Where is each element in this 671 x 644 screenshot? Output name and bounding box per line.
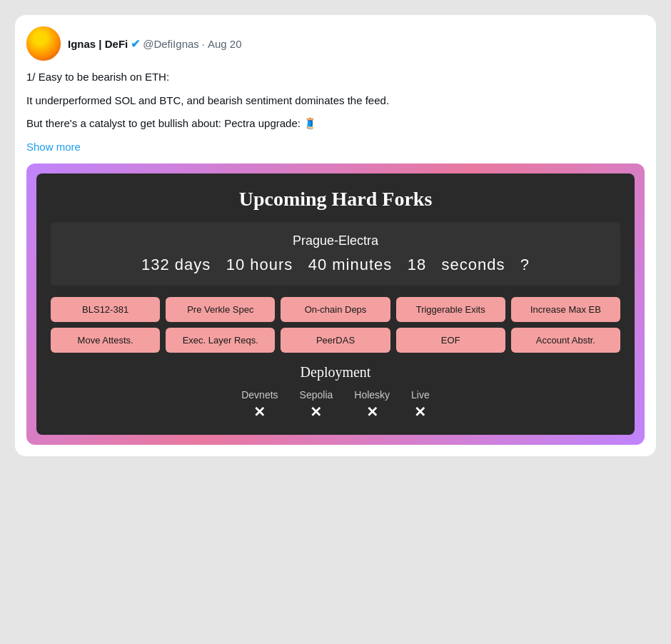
live-value: ✕ [414,403,426,421]
tweet-date: Aug 20 [208,38,242,50]
btn-triggerable-exits[interactable]: Triggerable Exits [396,297,505,322]
author-name: Ignas | DeFi [68,38,128,50]
deploy-col-live: Live ✕ [411,389,430,421]
hard-fork-inner: Upcoming Hard Forks Prague-Electra 132 d… [36,173,635,435]
devnets-label: Devnets [241,389,278,401]
author-handle: @DefiIgnas [143,38,199,50]
btn-pre-verkle[interactable]: Pre Verkle Spec [166,297,275,322]
btn-account-abstr[interactable]: Account Abstr. [511,328,620,353]
tweet-header: Ignas | DeFi ✔ @DefiIgnas · Aug 20 [26,26,645,61]
btn-onchain-deps[interactable]: On-chain Deps [281,297,390,322]
countdown-question: ? [520,256,530,273]
btn-bls12[interactable]: BLS12-381 [51,297,160,322]
days-value: 132 [141,256,170,273]
tweet-separator: · [202,38,205,50]
show-more-link[interactable]: Show more [26,141,81,153]
btn-eof[interactable]: EOF [396,328,505,353]
author-name-row: Ignas | DeFi ✔ @DefiIgnas · Aug 20 [68,37,242,51]
hard-fork-title: Upcoming Hard Forks [51,188,620,211]
deploy-col-holesky: Holesky ✕ [354,389,390,421]
tweet-body: 1/ Easy to be bearish on ETH: It underpe… [26,69,645,155]
deployment-section: Deployment Devnets ✕ Sepolia ✕ Holesky ✕ [51,364,620,421]
seconds-value: 18 [408,256,426,273]
tweet-line2: It underperformed SOL and BTC, and beari… [26,93,645,109]
deployment-table: Devnets ✕ Sepolia ✕ Holesky ✕ Live ✕ [51,389,620,421]
countdown-box: Prague-Electra 132 days 10 hours 40 minu… [51,222,620,286]
fork-name: Prague-Electra [62,233,609,248]
sepolia-label: Sepolia [300,389,333,401]
buttons-row-1: BLS12-381 Pre Verkle Spec On-chain Deps … [51,297,620,322]
tweet-card: Ignas | DeFi ✔ @DefiIgnas · Aug 20 1/ Ea… [14,14,657,457]
hours-label: hours [250,256,293,273]
hard-fork-wrapper: Upcoming Hard Forks Prague-Electra 132 d… [26,163,645,445]
hours-value: 10 [226,256,245,273]
sepolia-value: ✕ [310,403,322,421]
deployment-title: Deployment [51,364,620,381]
btn-move-attests[interactable]: Move Attests. [51,328,160,353]
devnets-value: ✕ [253,403,266,421]
minutes-value: 40 [308,256,327,273]
countdown: 132 days 10 hours 40 minutes 18 seconds … [62,256,609,274]
buttons-row-2: Move Attests. Exec. Layer Reqs. PeerDAS … [51,328,620,353]
btn-exec-layer[interactable]: Exec. Layer Reqs. [166,328,275,353]
tweet-line3: But there's a catalyst to get bullish ab… [26,116,645,132]
holesky-value: ✕ [366,403,378,421]
days-label: days [175,256,211,273]
author-info: Ignas | DeFi ✔ @DefiIgnas · Aug 20 [68,37,242,51]
deploy-col-sepolia: Sepolia ✕ [300,389,333,421]
minutes-label: minutes [332,256,392,273]
btn-increase-max-eb[interactable]: Increase Max EB [511,297,620,322]
live-label: Live [411,389,430,401]
holesky-label: Holesky [354,389,390,401]
deploy-col-devnets: Devnets ✕ [241,389,278,421]
tweet-line1: 1/ Easy to be bearish on ETH: [26,69,645,86]
seconds-label: seconds [441,256,505,273]
avatar [26,26,61,61]
verified-icon: ✔ [131,37,140,51]
btn-peerdas[interactable]: PeerDAS [281,328,390,353]
